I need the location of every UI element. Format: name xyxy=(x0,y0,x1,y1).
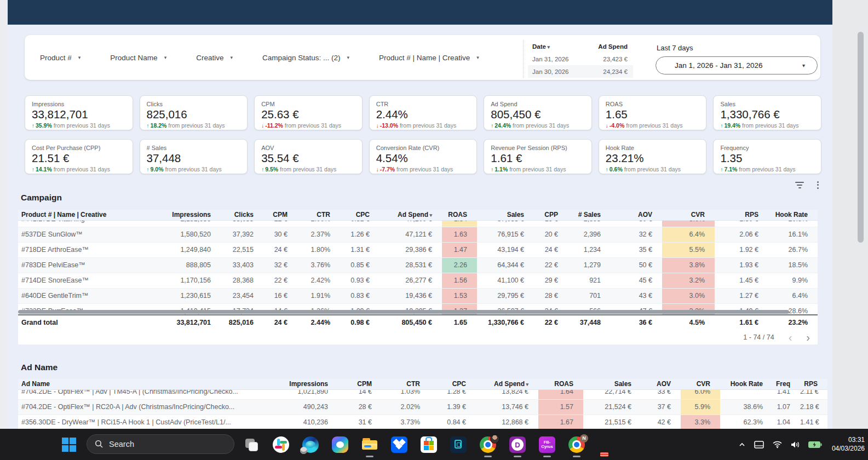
cell: 1.47 xyxy=(442,243,477,257)
ad-spend-column-header[interactable]: Ad Spend xyxy=(589,43,628,50)
column-header-product-name-creative[interactable]: Product # | Name | Creative xyxy=(18,210,162,220)
column-header-cpc[interactable]: CPC xyxy=(430,379,476,389)
total-cell: 805,450 € xyxy=(380,315,442,330)
taskbar-icon-fb-cyrus[interactable]: FB-Cyrus xyxy=(538,432,556,458)
campaign-section-title: Campaign xyxy=(21,193,62,203)
cell: 22,714 € xyxy=(583,390,641,399)
taskbar-icon-ms-store[interactable] xyxy=(419,432,438,458)
row-label: #704.2DE - OptiFlex™ | Adv | TM45-A | (C… xyxy=(18,390,288,399)
kpi-value: 25.63 € xyxy=(261,108,355,121)
filter-icon[interactable] xyxy=(795,180,804,190)
column-header-rps[interactable]: RPS xyxy=(715,210,768,220)
total-cell: 1.65 xyxy=(442,315,477,330)
taskbar-icon-file-explorer[interactable] xyxy=(360,432,379,458)
column-header-rps[interactable]: RPS xyxy=(800,379,827,389)
column-header-sales[interactable]: Sales xyxy=(477,210,534,220)
cell: 16 € xyxy=(534,221,568,227)
column-header-cpp[interactable]: CPP xyxy=(534,210,568,220)
filter-campaign-status-2[interactable]: Campaign Status: ... (2)▾ xyxy=(262,54,349,62)
chrome-profile-1-icon xyxy=(480,436,496,453)
horizontal-scrollbar[interactable] xyxy=(18,310,789,314)
taskbar-icon-edge[interactable] xyxy=(301,432,320,458)
column-header-ad-spend[interactable]: Ad Spend ▾ xyxy=(476,379,538,389)
task-view-icon xyxy=(243,436,260,453)
column-header-sales[interactable]: Sales xyxy=(583,379,641,389)
dropbox-icon xyxy=(391,436,407,453)
touchpad-icon[interactable] xyxy=(754,440,764,449)
taskbar-icon-chrome-profile-1[interactable] xyxy=(479,432,497,458)
trend-up-icon: ↑ xyxy=(720,166,723,173)
cell: 0.93 € xyxy=(340,273,380,288)
kpi-label: CPM xyxy=(261,101,355,107)
date-column-header[interactable]: Date ▾ xyxy=(528,43,589,50)
column-header-ctr[interactable]: CTR xyxy=(382,379,430,389)
taskbar-icon-chrome-profile-2[interactable]: N xyxy=(567,432,586,458)
column-header-aov[interactable]: AOV xyxy=(641,379,681,389)
volume-icon[interactable] xyxy=(790,440,800,449)
column-header-clicks[interactable]: Clicks xyxy=(221,210,263,220)
cell: 58,053 xyxy=(221,221,263,227)
wifi-icon[interactable] xyxy=(772,440,783,449)
column-header-cpm[interactable]: CPM xyxy=(263,210,297,220)
kpi-label: Clicks xyxy=(147,101,241,107)
vertical-scrollbar[interactable] xyxy=(858,32,864,243)
filter-product[interactable]: Product #▾ xyxy=(40,54,81,62)
trend-down-icon: ↓ xyxy=(606,123,608,129)
column-header-ad-name[interactable]: Ad Name xyxy=(18,379,288,389)
cell: 41,100 € xyxy=(477,273,534,288)
file-explorer-icon xyxy=(361,436,378,453)
kpi-delta-percent: -4.0% xyxy=(610,122,624,129)
column-header-cpm[interactable]: CPM xyxy=(338,379,382,389)
taskbar-clock[interactable]: 03:31 04/03/2026 xyxy=(832,436,865,453)
taskbar-icon-slack[interactable] xyxy=(272,432,290,458)
start-button[interactable] xyxy=(59,435,79,455)
total-cell: 24 € xyxy=(263,315,297,330)
total-cell: 36 € xyxy=(611,315,662,330)
cell: 47,200 € xyxy=(380,221,442,227)
table-row: #714DE SnoreEase™1,170,15628,36822 €2.42… xyxy=(18,273,818,289)
chevron-left-icon[interactable]: ‹ xyxy=(789,332,792,343)
row-label: #714DE SnoreEase™ xyxy=(18,273,162,288)
column-header-impressions[interactable]: Impressions xyxy=(288,379,338,389)
column-header-sales[interactable]: # Sales xyxy=(568,210,611,220)
total-cell: 4.5% xyxy=(662,315,715,330)
cell: 1.93 € xyxy=(715,258,768,273)
kpi-card-sales: # Sales37,448↑9.0% from previous 31 days xyxy=(140,139,248,174)
taskbar-icon-purple-d-browser[interactable]: D xyxy=(508,432,527,458)
kebab-menu-icon[interactable] xyxy=(817,180,819,190)
taskbar-search[interactable]: Search xyxy=(87,434,234,454)
fb-cyrus-icon: FB-Cyrus xyxy=(539,436,555,453)
battery-icon[interactable] xyxy=(808,441,822,449)
filter-creative[interactable]: Creative▾ xyxy=(196,54,233,62)
column-header-cpc[interactable]: CPC xyxy=(340,210,380,220)
kpi-delta: ↑18.2% from previous 31 days xyxy=(147,122,241,129)
filter-product-name[interactable]: Product Name▾ xyxy=(110,54,166,62)
column-header-hook-rate[interactable]: Hook Rate xyxy=(720,379,773,389)
taskbar-icon-dark-blue-app[interactable] xyxy=(449,432,468,458)
column-header-aov[interactable]: AOV xyxy=(611,210,662,220)
column-header-impressions[interactable]: Impressions xyxy=(162,210,221,220)
hidden-icons-chevron[interactable] xyxy=(738,441,746,449)
chevron-right-icon[interactable]: › xyxy=(806,332,810,343)
column-header-roas[interactable]: ROAS xyxy=(442,210,477,220)
column-header-ad-spend[interactable]: Ad Spend ▾ xyxy=(380,210,442,220)
filter-product-name-creative[interactable]: Product # | Name | Creative▾ xyxy=(379,54,479,62)
column-header-freq[interactable]: Freq xyxy=(773,379,800,389)
taskbar-icon-dropbox[interactable] xyxy=(390,432,409,458)
cell: 18.5% xyxy=(768,258,818,273)
column-header-roas[interactable]: ROAS xyxy=(538,379,583,389)
taskbar-icon-copilot[interactable] xyxy=(331,432,349,458)
notification-badge xyxy=(600,452,608,457)
column-header-hook-rate[interactable]: Hook Rate xyxy=(768,210,818,220)
cell: 1.53 xyxy=(442,289,477,303)
column-header-cvr[interactable]: CVR xyxy=(662,210,715,220)
column-header-ctr[interactable]: CTR xyxy=(297,210,340,220)
column-header-cvr[interactable]: CVR xyxy=(681,379,720,389)
trend-down-icon: ↓ xyxy=(261,123,264,129)
date-table-row: Jan 31, 202623,423 € xyxy=(528,53,633,65)
cell: 3.2% xyxy=(662,273,715,288)
date-range-picker[interactable]: Jan 1, 2026 - Jan 31, 2026 ▾ xyxy=(656,56,818,74)
trend-down-icon: ↓ xyxy=(376,123,379,129)
fb-cyrus-label: Cyrus xyxy=(541,445,553,450)
taskbar-icon-task-view[interactable] xyxy=(242,432,261,458)
